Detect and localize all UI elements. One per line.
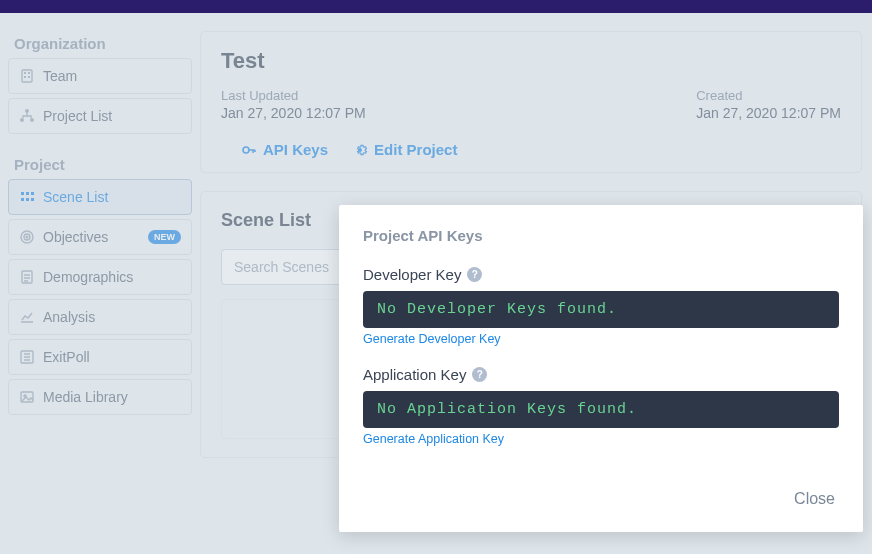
nav-label: Demographics [43,269,133,285]
sidebar: Organization Team Project List Project S… [0,13,200,554]
chart-icon [19,309,35,325]
modal-title: Project API Keys [363,227,839,244]
nav-label: Media Library [43,389,128,405]
svg-rect-13 [31,198,34,201]
svg-point-5 [25,109,29,113]
generate-application-key-link[interactable]: Generate Application Key [363,432,504,446]
sidebar-item-objectives[interactable]: Objectives NEW [8,219,192,255]
building-icon [19,68,35,84]
svg-point-7 [30,118,34,122]
target-icon [19,229,35,245]
svg-rect-4 [28,76,30,78]
sidebar-item-team[interactable]: Team [8,58,192,94]
edit-project-link[interactable]: Edit Project [352,141,457,158]
clipboard-icon [19,269,35,285]
edit-project-label: Edit Project [374,141,457,158]
svg-rect-0 [22,70,32,82]
section-title-project: Project [8,148,192,179]
sidebar-item-analysis[interactable]: Analysis [8,299,192,335]
grid-icon [19,189,35,205]
svg-point-21 [243,147,249,153]
svg-rect-11 [21,198,24,201]
svg-rect-12 [26,198,29,201]
last-updated-value: Jan 27, 2020 12:07 PM [221,105,366,121]
created-value: Jan 27, 2020 12:07 PM [696,105,841,121]
application-key-box: No Application Keys found. [363,391,839,428]
developer-key-box: No Developer Keys found. [363,291,839,328]
api-keys-label: API Keys [263,141,328,158]
key-icon [241,142,257,158]
help-icon[interactable]: ? [467,267,482,282]
api-keys-modal: Project API Keys Developer Key ? No Deve… [339,205,863,532]
application-key-label: Application Key ? [363,366,839,383]
svg-rect-3 [24,76,26,78]
last-updated-label: Last Updated [221,88,366,103]
list-icon [19,349,35,365]
image-icon [19,389,35,405]
api-keys-link[interactable]: API Keys [241,141,328,158]
new-badge: NEW [148,230,181,244]
sidebar-item-demographics[interactable]: Demographics [8,259,192,295]
sidebar-item-scene-list[interactable]: Scene List [8,179,192,215]
svg-rect-10 [31,192,34,195]
project-header-card: Test Last Updated Jan 27, 2020 12:07 PM … [200,31,862,173]
top-bar [0,0,872,13]
nav-label: Analysis [43,309,95,325]
svg-rect-1 [24,72,26,74]
section-title-organization: Organization [8,27,192,58]
help-icon[interactable]: ? [472,367,487,382]
svg-point-6 [20,118,24,122]
svg-rect-9 [26,192,29,195]
sidebar-item-media-library[interactable]: Media Library [8,379,192,415]
svg-point-16 [26,236,28,238]
sidebar-item-exitpoll[interactable]: ExitPoll [8,339,192,375]
nav-label: Project List [43,108,112,124]
svg-rect-2 [28,72,30,74]
nav-label: Team [43,68,77,84]
close-button[interactable]: Close [790,484,839,514]
sidebar-item-project-list[interactable]: Project List [8,98,192,134]
sitemap-icon [19,108,35,124]
developer-key-label: Developer Key ? [363,266,839,283]
project-title: Test [221,48,841,74]
nav-label: Objectives [43,229,108,245]
nav-label: Scene List [43,189,108,205]
generate-developer-key-link[interactable]: Generate Developer Key [363,332,501,346]
nav-label: ExitPoll [43,349,90,365]
gear-icon [352,142,368,158]
created-label: Created [696,88,841,103]
svg-rect-8 [21,192,24,195]
